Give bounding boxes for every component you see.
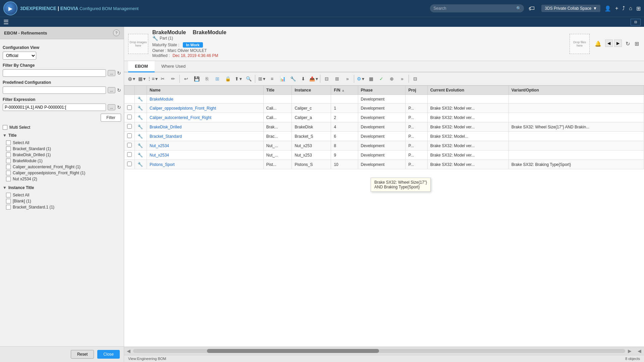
title-section-header[interactable]: ▼ Title bbox=[3, 133, 121, 138]
toolbar-columns-icon[interactable]: ⊟ bbox=[322, 74, 331, 83]
filter-by-change-input[interactable] bbox=[3, 69, 106, 77]
toolbar-config-dropdown[interactable]: ⚙ ▾ bbox=[356, 74, 365, 83]
toolbar-upload-dropdown[interactable]: ⬆ ▾ bbox=[233, 74, 243, 83]
col-fn[interactable]: F/N ▲ bbox=[331, 86, 358, 95]
part-link[interactable]: Nut_x2534 bbox=[150, 153, 169, 158]
toolbar-structure-dropdown[interactable]: ⋮≡ ▾ bbox=[148, 74, 157, 83]
filter-expression-refresh[interactable]: ↻ bbox=[117, 105, 121, 110]
reset-button[interactable]: Reset bbox=[71, 350, 94, 359]
toolbar-zoom-icon[interactable]: 🔍 bbox=[244, 74, 253, 83]
toolbar-chart-icon[interactable]: 📊 bbox=[278, 74, 287, 83]
nut-checkbox[interactable] bbox=[6, 177, 11, 181]
help-button[interactable]: ? bbox=[113, 29, 120, 36]
col-name[interactable]: Name bbox=[147, 86, 264, 95]
expand-icon[interactable]: ⊞ bbox=[634, 40, 640, 48]
horizontal-scrollbar[interactable] bbox=[133, 349, 625, 353]
toolbar-edit-icon[interactable]: ✏ bbox=[168, 74, 178, 83]
close-button[interactable]: Close bbox=[97, 350, 120, 359]
toolbar-more2-icon[interactable]: » bbox=[397, 74, 407, 83]
filter-by-change-refresh[interactable]: ↻ bbox=[117, 70, 121, 76]
part-link[interactable]: Bracket_Standard bbox=[150, 134, 182, 139]
filter-button[interactable]: Filter bbox=[101, 114, 121, 122]
add-icon[interactable]: + bbox=[615, 5, 618, 11]
share-icon[interactable]: ⤴ bbox=[622, 5, 625, 11]
prev-arrow[interactable]: ◀ bbox=[605, 40, 613, 47]
row-select-checkbox[interactable] bbox=[127, 124, 132, 129]
part-link[interactable]: Nut_x2534 bbox=[150, 143, 169, 148]
drop-images-zone[interactable]: Drop images here bbox=[128, 34, 148, 54]
blank-checkbox[interactable] bbox=[6, 199, 11, 203]
toolbar-part-icon[interactable]: 🔧 bbox=[288, 74, 298, 83]
row-select-checkbox[interactable] bbox=[127, 115, 132, 119]
refresh-icon[interactable]: ↻ bbox=[625, 40, 631, 48]
filter-by-change-browse[interactable]: ... bbox=[108, 70, 115, 76]
toolbar-table-dropdown[interactable]: ▦ ▾ bbox=[137, 74, 147, 83]
bell-icon[interactable]: 🔔 bbox=[594, 40, 602, 48]
scroll-up-btn[interactable]: ◀ bbox=[638, 348, 641, 354]
row-select-checkbox[interactable] bbox=[127, 152, 132, 157]
predefined-config-input[interactable] bbox=[3, 86, 106, 94]
brakedisk-drilled-checkbox[interactable] bbox=[6, 153, 11, 157]
brakemodule-checkbox[interactable] bbox=[6, 159, 11, 163]
bracket-standard-1-checkbox[interactable] bbox=[6, 205, 11, 209]
part-link[interactable]: Caliper_opposedpistons_Front_Right bbox=[150, 106, 216, 111]
hamburger-menu[interactable]: ☰ bbox=[3, 18, 9, 26]
predefined-config-browse[interactable]: ... bbox=[108, 87, 115, 93]
toolbar-export-dropdown[interactable]: 📤 ▾ bbox=[309, 74, 318, 83]
toolbar-undo-icon[interactable]: ↩ bbox=[181, 74, 191, 83]
part-link[interactable]: Caliper_autocentered_Front_Right bbox=[150, 115, 211, 120]
app-logo[interactable]: ▶ bbox=[3, 1, 17, 15]
col-variant[interactable]: Variant/Option bbox=[508, 86, 644, 95]
toolbar-check-icon[interactable]: ✓ bbox=[377, 74, 386, 83]
title-select-all-checkbox[interactable] bbox=[6, 140, 11, 145]
toolbar-download-icon[interactable]: ⬇ bbox=[299, 74, 308, 83]
toolbar-copy-icon[interactable]: ⎘ bbox=[202, 74, 212, 83]
part-link[interactable]: Pistons_Sport bbox=[150, 162, 175, 167]
config-view-select[interactable]: Official Latest Effectivity bbox=[3, 52, 36, 60]
tab-ebom[interactable]: EBOM bbox=[128, 61, 155, 72]
toolbar-cut-icon[interactable]: ✂ bbox=[158, 74, 167, 83]
tab-where-used[interactable]: Where Used bbox=[155, 61, 192, 72]
row-select-checkbox[interactable] bbox=[127, 143, 132, 147]
row-select-checkbox[interactable] bbox=[127, 162, 132, 166]
toolbar-add-dropdown[interactable]: ⊕ ▾ bbox=[127, 74, 136, 83]
panel-toggle[interactable]: ⊟ bbox=[631, 19, 641, 25]
col-instance[interactable]: Instance bbox=[292, 86, 331, 95]
filter-expression-input[interactable] bbox=[3, 104, 106, 111]
scroll-right-btn[interactable]: ▶ bbox=[628, 348, 632, 354]
apps-icon[interactable]: ⊞ bbox=[636, 5, 641, 12]
col-evolution[interactable]: Current Evolution bbox=[427, 86, 508, 95]
title-select-all-label[interactable]: Select All bbox=[13, 140, 29, 145]
multi-select-checkbox[interactable] bbox=[3, 125, 7, 130]
toolbar-calc-icon[interactable]: ⊞ bbox=[213, 74, 222, 83]
home-icon[interactable]: ⌂ bbox=[629, 5, 632, 11]
col-title[interactable]: Title bbox=[263, 86, 292, 95]
row-select-checkbox[interactable] bbox=[127, 105, 132, 110]
user-icon[interactable]: 👤 bbox=[604, 5, 611, 12]
collab-space-selector[interactable]: 3DS Private Collab Space ▼ bbox=[541, 5, 600, 12]
toolbar-plus-icon[interactable]: ⊕ bbox=[387, 74, 396, 83]
next-arrow[interactable]: ▶ bbox=[614, 40, 622, 47]
part-link[interactable]: BrakeDisk_Drilled bbox=[150, 125, 181, 129]
search-input[interactable] bbox=[430, 4, 524, 12]
toolbar-lock-icon[interactable]: 🔒 bbox=[223, 74, 232, 83]
instance-select-all-checkbox[interactable] bbox=[6, 193, 11, 197]
col-proj[interactable]: Proj bbox=[406, 86, 427, 95]
filter-expression-browse[interactable]: ... bbox=[108, 104, 115, 110]
toolbar-filter-icon[interactable]: ⊟ bbox=[411, 74, 420, 83]
col-phase[interactable]: Phase bbox=[358, 86, 406, 95]
caliper-autocentered-checkbox[interactable] bbox=[6, 165, 11, 169]
bracket-standard-checkbox[interactable] bbox=[6, 146, 11, 151]
row-select-checkbox[interactable] bbox=[127, 133, 132, 138]
drop-files-zone[interactable]: Drop files here bbox=[570, 34, 590, 54]
toolbar-mask-dropdown[interactable]: ⊞ ▾ bbox=[257, 74, 266, 83]
caliper-opposed-checkbox[interactable] bbox=[6, 171, 11, 175]
scroll-left-btn[interactable]: ◀ bbox=[127, 348, 130, 354]
predefined-config-refresh[interactable]: ↻ bbox=[117, 87, 121, 93]
toolbar-list-icon[interactable]: ≡ bbox=[267, 74, 277, 83]
toolbar-variant-icon[interactable]: ▦ bbox=[366, 74, 376, 83]
instance-select-all-label[interactable]: Select All bbox=[13, 193, 29, 197]
toolbar-more-icon[interactable]: » bbox=[343, 74, 352, 83]
tag-icon[interactable]: 🏷 bbox=[529, 5, 535, 12]
part-link[interactable]: BrakeModule bbox=[150, 97, 173, 102]
